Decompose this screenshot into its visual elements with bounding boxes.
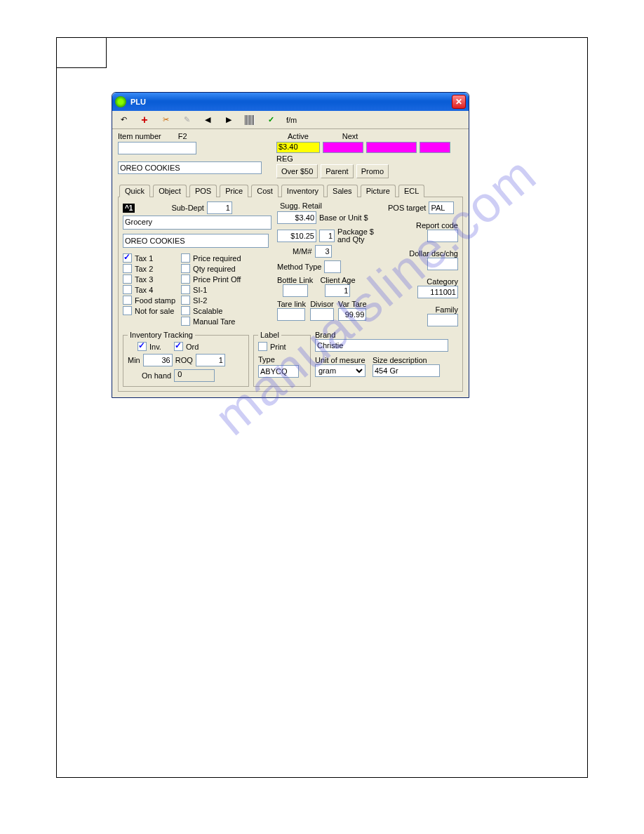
checks-left-cb-1[interactable] xyxy=(123,264,132,273)
size-input[interactable] xyxy=(373,364,440,377)
sub-dept-input[interactable] xyxy=(207,201,232,214)
active-price: $3.40 xyxy=(276,142,320,153)
reg-label: REG xyxy=(276,154,293,163)
over-50-button[interactable]: Over $50 xyxy=(276,164,318,178)
checks-right-lbl-1: Qty required xyxy=(193,265,236,273)
badge-a1: ^1 xyxy=(123,204,135,213)
parent-button[interactable]: Parent xyxy=(321,164,353,178)
plu-dialog: PLU ✕ ↶ + ✂ ✎ ◀ ▶ ✓ f/m Item number F2 xyxy=(112,92,469,398)
tare-link-input[interactable] xyxy=(277,308,305,321)
category-input[interactable] xyxy=(417,286,458,298)
tab-inventory[interactable]: Inventory xyxy=(281,185,324,197)
desc2-input[interactable] xyxy=(123,234,269,248)
checks-right-lbl-0: Price required xyxy=(193,254,241,263)
checks-right-cb-6[interactable] xyxy=(181,317,190,326)
pos-target-input[interactable] xyxy=(429,201,454,214)
checks-left-lbl-1: Tax 2 xyxy=(135,265,153,273)
promo-button[interactable]: Promo xyxy=(356,164,389,178)
min-label: Min xyxy=(128,356,140,364)
titlebar: PLU ✕ xyxy=(112,93,469,111)
checks-left-lbl-4: Food stamp xyxy=(135,296,175,305)
family-label: Family xyxy=(388,305,458,314)
uom-label: Unit of mesure xyxy=(315,356,365,364)
print-checkbox[interactable] xyxy=(258,342,267,351)
inv-checkbox[interactable] xyxy=(137,342,147,351)
confirm-icon[interactable]: ✓ xyxy=(265,114,276,126)
report-code-input[interactable] xyxy=(427,230,458,242)
roq-input[interactable] xyxy=(196,354,225,366)
checks-right-cb-4[interactable] xyxy=(181,296,190,305)
uom-select[interactable]: gram xyxy=(315,364,365,377)
edit-icon[interactable]: ✎ xyxy=(181,114,192,126)
client-age-input[interactable] xyxy=(325,284,350,297)
item-number-shortcut: F2 xyxy=(178,132,187,140)
cut-icon[interactable]: ✂ xyxy=(160,114,171,126)
next-icon[interactable]: ▶ xyxy=(223,114,234,126)
brand-input[interactable] xyxy=(315,339,448,352)
tab-panel-quick: ^1 Sub-Dept Grocery Tax 1Tax 2Tax 3Tax 4… xyxy=(118,197,463,392)
prev-icon[interactable]: ◀ xyxy=(202,114,213,126)
next-slot-3 xyxy=(420,142,450,153)
family-input[interactable] xyxy=(427,314,458,326)
pkg-qty-input[interactable] xyxy=(319,230,335,242)
mm-input[interactable] xyxy=(315,245,332,258)
sugg-retail-input[interactable] xyxy=(277,211,316,224)
var-tare-label: Var Tare xyxy=(338,300,367,308)
window-title: PLU xyxy=(130,98,452,106)
checks-left-lbl-2: Tax 3 xyxy=(135,275,153,284)
checks-right-cb-5[interactable] xyxy=(181,306,190,315)
bottle-link-input[interactable] xyxy=(283,284,308,297)
client-age-label: Client Age xyxy=(320,276,355,284)
description-input[interactable] xyxy=(118,161,262,174)
checks-left-cb-5[interactable] xyxy=(123,306,132,315)
add-icon[interactable]: + xyxy=(139,114,150,126)
barcode-icon[interactable] xyxy=(244,114,255,126)
print-label: Print xyxy=(270,343,286,351)
tab-cost[interactable]: Cost xyxy=(251,185,279,197)
close-button[interactable]: ✕ xyxy=(452,95,466,109)
checks-right-cb-0[interactable] xyxy=(181,253,190,263)
min-input[interactable] xyxy=(143,354,173,366)
checks-right-cb-3[interactable] xyxy=(181,285,190,294)
app-icon xyxy=(115,96,126,107)
divisor-input[interactable] xyxy=(310,308,334,321)
checks-left-cb-0[interactable] xyxy=(123,253,132,263)
checks-right-lbl-6: Manual Tare xyxy=(193,317,235,326)
pkg-price-input[interactable] xyxy=(277,230,316,242)
checks-left-cb-2[interactable] xyxy=(123,274,132,284)
var-tare-input[interactable] xyxy=(338,308,366,321)
type-input[interactable] xyxy=(258,365,299,378)
tab-pos[interactable]: POS xyxy=(189,185,217,197)
size-label: Size description xyxy=(373,356,440,364)
roq-label: ROQ xyxy=(175,356,193,364)
item-number-input[interactable] xyxy=(118,142,196,154)
report-code-label: Report code xyxy=(388,221,458,230)
ord-checkbox[interactable] xyxy=(174,342,183,351)
checks-right-cb-2[interactable] xyxy=(181,274,190,284)
tab-object[interactable]: Object xyxy=(153,185,187,197)
active-label: Active xyxy=(276,132,320,140)
divisor-label: Divisor xyxy=(310,300,334,308)
method-type-input[interactable] xyxy=(324,260,341,273)
tab-quick[interactable]: Quick xyxy=(119,185,150,197)
type-label: Type xyxy=(258,355,306,364)
on-hand-label: On hand xyxy=(142,371,171,380)
dollar-dsc-input[interactable] xyxy=(427,258,458,270)
bottle-link-label: Bottle Link xyxy=(277,276,313,284)
tab-price[interactable]: Price xyxy=(220,185,248,197)
tab-ecl[interactable]: ECL xyxy=(398,185,424,197)
inventory-tracking-legend: Inventory Tracking xyxy=(128,331,195,339)
next-label: Next xyxy=(330,132,370,140)
undo-icon[interactable]: ↶ xyxy=(118,114,129,126)
checks-left-cb-3[interactable] xyxy=(123,285,132,294)
checks-right-cb-1[interactable] xyxy=(181,264,190,273)
tab-sales[interactable]: Sales xyxy=(327,185,358,197)
mm-label: M/M# xyxy=(293,247,312,256)
label-legend: Label xyxy=(258,331,281,339)
checks-left-cb-4[interactable] xyxy=(123,296,132,305)
grocery-display: Grocery xyxy=(123,216,271,230)
tab-picture[interactable]: Picture xyxy=(361,185,396,197)
ord-label: Ord xyxy=(186,343,199,351)
category-label: Category xyxy=(388,277,458,286)
brand-label: Brand xyxy=(315,331,458,339)
